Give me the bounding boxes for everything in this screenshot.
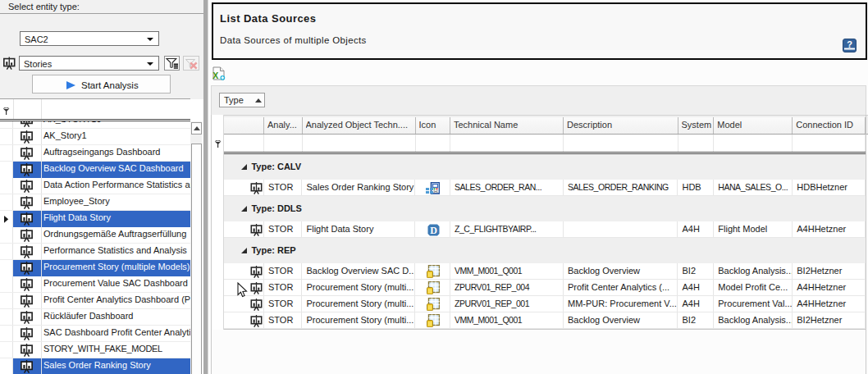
svg-text:D: D — [430, 225, 437, 236]
svg-text:?: ? — [847, 39, 852, 49]
svg-text:X: X — [212, 71, 218, 80]
